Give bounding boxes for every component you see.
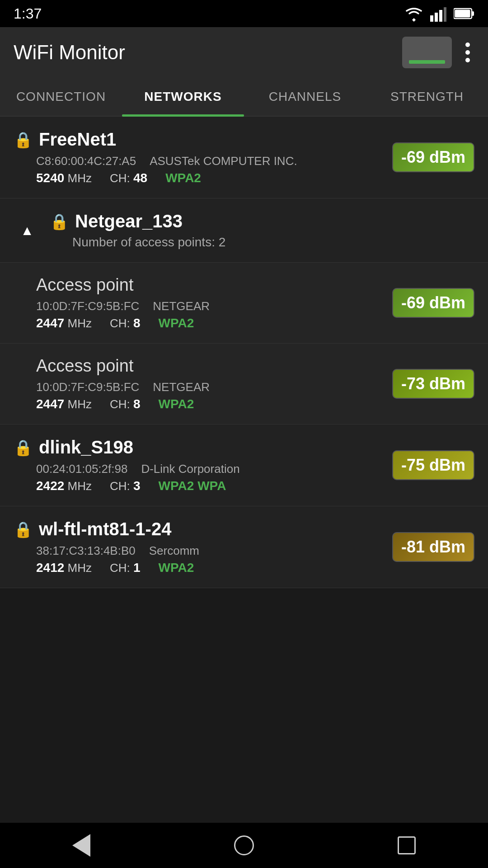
access-point-label: Access point <box>36 275 392 295</box>
wifi-icon <box>405 5 423 22</box>
network-name: FreeNet1 <box>39 129 116 150</box>
svg-rect-3 <box>444 7 446 22</box>
lock-icon: 🔒 <box>14 439 33 457</box>
mac-address: 00:24:01:05:2f:98 <box>36 462 127 476</box>
access-point-item[interactable]: Access point 10:0D:7F:C9:5B:FC NETGEAR 2… <box>0 344 488 425</box>
network-list: 🔒 FreeNet1 C8:60:00:4C:27:A5 ASUSTek COM… <box>0 117 488 588</box>
tab-strength[interactable]: STRENGTH <box>366 78 488 116</box>
signal-icon <box>430 5 446 22</box>
tab-channels[interactable]: CHANNELS <box>244 78 366 116</box>
more-menu-button[interactable] <box>461 38 474 67</box>
app-bar-actions <box>402 37 474 68</box>
ap-mac: 10:0D:7F:C9:5B:FC <box>36 380 139 394</box>
vendor: D-Link Corporation <box>141 462 239 476</box>
svg-rect-1 <box>435 13 438 22</box>
svg-rect-0 <box>430 15 433 22</box>
access-point-item[interactable]: Access point 10:0D:7F:C9:5B:FC NETGEAR 2… <box>0 263 488 344</box>
ap-security: WPA2 <box>159 397 194 411</box>
network-item[interactable]: 🔒 wl-ftl-mt81-1-24 38:17:C3:13:4B:B0 Ser… <box>0 506 488 588</box>
tabs: CONNECTION NETWORKS CHANNELS STRENGTH <box>0 78 488 117</box>
graph-bar <box>409 60 445 64</box>
svg-rect-2 <box>439 10 442 22</box>
collapse-button[interactable]: ▲ <box>14 217 41 244</box>
tab-connection[interactable]: CONNECTION <box>0 78 122 116</box>
ap-signal-badge: -69 dBm <box>392 288 474 318</box>
vendor: ASUSTek COMPUTER INC. <box>150 154 297 168</box>
ap-signal-badge: -73 dBm <box>392 369 474 399</box>
access-points-count: Number of access points: 2 <box>72 235 474 250</box>
status-time: 1:37 <box>14 5 42 22</box>
network-name: wl-ftl-mt81-1-24 <box>39 519 171 539</box>
mac-address: C8:60:00:4C:27:A5 <box>36 154 136 168</box>
svg-rect-5 <box>472 11 474 16</box>
app-bar: WiFi Monitor <box>0 27 488 78</box>
network-name: dlink_S198 <box>39 437 133 458</box>
network-group-header[interactable]: ▲ 🔒 Netgear_133 Number of access points:… <box>0 198 488 263</box>
signal-badge: -69 dBm <box>392 142 474 172</box>
status-bar: 1:37 <box>0 0 488 27</box>
app-title: WiFi Monitor <box>14 41 125 64</box>
mac-address: 38:17:C3:13:4B:B0 <box>36 544 136 558</box>
status-icons <box>405 5 474 22</box>
ap-vendor: NETGEAR <box>153 299 210 313</box>
lock-icon: 🔒 <box>14 520 33 538</box>
ap-mac: 10:0D:7F:C9:5B:FC <box>36 299 139 313</box>
network-item[interactable]: 🔒 dlink_S198 00:24:01:05:2f:98 D-Link Co… <box>0 425 488 506</box>
recents-button[interactable] <box>393 832 420 859</box>
signal-badge: -75 dBm <box>392 450 474 480</box>
network-group-name: Netgear_133 <box>75 211 183 231</box>
security-badge: WPA2 WPA <box>159 479 226 493</box>
signal-badge: -81 dBm <box>392 532 474 562</box>
access-point-label: Access point <box>36 356 392 376</box>
ap-vendor: NETGEAR <box>153 380 210 394</box>
graph-button[interactable] <box>402 37 452 68</box>
home-button[interactable] <box>230 832 258 859</box>
security-badge: WPA2 <box>165 171 201 185</box>
back-button[interactable] <box>68 832 95 859</box>
network-item[interactable]: 🔒 FreeNet1 C8:60:00:4C:27:A5 ASUSTek COM… <box>0 117 488 198</box>
lock-icon: 🔒 <box>14 131 33 149</box>
security-badge: WPA2 <box>159 561 194 575</box>
ap-security: WPA2 <box>159 316 194 330</box>
lock-icon: 🔒 <box>50 212 69 231</box>
svg-rect-6 <box>455 10 470 18</box>
vendor: Sercomm <box>149 544 199 558</box>
battery-icon <box>454 8 474 19</box>
bottom-nav <box>0 823 488 868</box>
tab-networks[interactable]: NETWORKS <box>122 78 244 116</box>
